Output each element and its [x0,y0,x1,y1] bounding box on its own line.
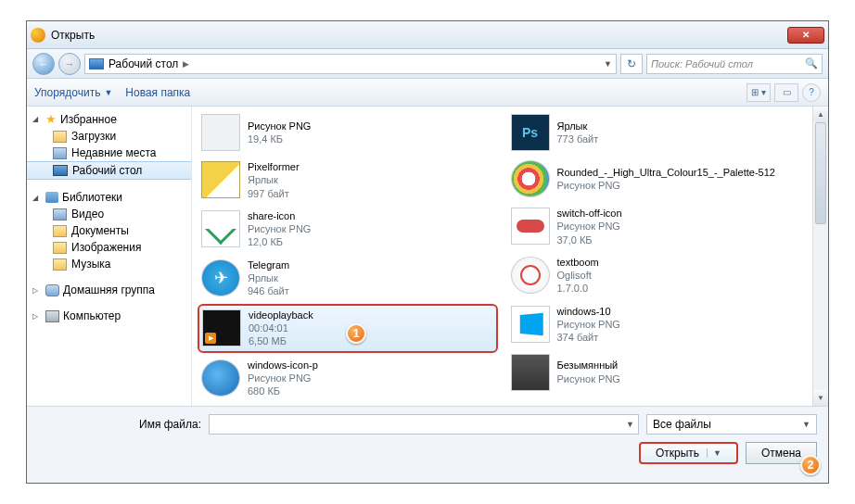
chevron-down-icon: ▼ [802,420,810,429]
file-meta-line: Ярлык [248,173,300,186]
dialog-footer: Имя файла: ▼ Все файлы ▼ Открыть▼ Отмена… [27,406,828,483]
file-meta-line: Рисунок PNG [557,179,775,192]
nav-back-button[interactable]: ← [32,53,55,75]
file-name: Рисунок PNG [248,120,311,132]
file-meta-line: 19,4 КБ [248,132,311,145]
file-item[interactable]: switch-off-iconРисунок PNG37,0 КБ [507,203,808,250]
file-meta-line: 12,0 КБ [248,235,311,248]
chevron-right-icon: ▶ [183,59,189,69]
window-title: Открыть [51,29,95,42]
file-item[interactable]: БезымянныйРисунок PNG [507,350,808,395]
file-meta-line: 00:04:01 [249,321,313,334]
file-thumbnail [511,354,550,391]
titlebar: Открыть ✕ [27,21,828,49]
vertical-scrollbar[interactable]: ▲ ▼ [812,107,828,406]
collapse-icon: ◢ [32,115,42,123]
search-placeholder: Поиск: Рабочий стол [651,58,753,69]
refresh-button[interactable]: ↻ [620,54,643,74]
file-thumbnail: ✈ [201,259,240,296]
folder-icon [53,131,67,143]
file-meta-line: 680 КБ [248,384,318,397]
file-item[interactable]: PsЯрлык773 байт [507,110,808,155]
toolbar: Упорядочить▼ Новая папка ⊞ ▾ ▭ ? [27,79,828,107]
file-name: share-icon [248,209,311,222]
sidebar-item-music[interactable]: Музыка [27,256,191,272]
file-item[interactable]: share-iconРисунок PNG12,0 КБ [198,206,498,253]
sidebar-item-desktop[interactable]: Рабочий стол [27,161,191,180]
chevron-down-icon[interactable]: ▼ [604,59,612,69]
file-meta-line: 997 байт [248,187,300,200]
file-name: windows-10 [557,305,620,318]
file-item[interactable]: ✈TelegramЯрлык946 байт [198,255,498,302]
breadcrumb-location: Рабочий стол [108,57,178,70]
search-icon: 🔍 [805,57,818,69]
chevron-down-icon[interactable]: ▼ [626,420,634,429]
new-folder-button[interactable]: Новая папка [125,86,190,99]
file-name: windows-icon-p [248,359,318,372]
scroll-up-button[interactable]: ▲ [813,107,828,122]
filename-input[interactable]: ▼ [209,414,639,435]
file-name: Pixelformer [248,160,300,173]
nav-forward-button[interactable]: → [58,53,81,75]
open-dialog: Открыть ✕ ← → Рабочий стол ▶ ▼ ↻ Поиск: … [26,20,829,484]
sidebar-item-video[interactable]: Видео [27,206,191,222]
file-thumbnail [201,210,240,247]
preview-pane-button[interactable]: ▭ [774,83,798,102]
sidebar-item-recent[interactable]: Недавние места [27,145,191,161]
folder-icon [53,208,67,220]
address-bar: ← → Рабочий стол ▶ ▼ ↻ Поиск: Рабочий ст… [27,49,828,79]
close-button[interactable]: ✕ [787,27,824,44]
sidebar-item-documents[interactable]: Документы [27,222,191,239]
file-item[interactable]: windows-10Рисунок PNG374 байт [507,301,808,348]
split-button-arrow[interactable]: ▼ [707,448,721,458]
sidebar-computer-header[interactable]: ▷ Компьютер [27,308,191,324]
sidebar-homegroup-header[interactable]: ▷ Домашняя группа [27,282,191,298]
expand-icon: ▷ [32,286,42,295]
file-thumbnail: ▶ [202,309,241,346]
folder-icon [53,242,67,254]
file-meta-line: Oglisoft [557,269,599,282]
file-item[interactable]: windows-icon-pРисунок PNG680 КБ [198,355,498,402]
file-meta-line: Рисунок PNG [557,318,620,331]
open-button[interactable]: Открыть▼ [639,442,738,464]
file-thumbnail [201,114,240,151]
file-item[interactable]: textboomOglisoft1.7.0.0 [507,252,808,299]
file-meta-line: 6,50 МБ [249,334,313,347]
scroll-down-button[interactable]: ▼ [813,390,828,406]
filetype-select[interactable]: Все файлы ▼ [646,414,817,435]
organize-menu[interactable]: Упорядочить▼ [34,86,112,99]
help-button[interactable]: ? [802,83,821,102]
file-thumbnail [511,208,550,245]
sidebar-favorites-header[interactable]: ◢ ★ Избранное [27,110,191,128]
folder-icon [53,258,67,271]
file-meta-line: Рисунок PNG [248,222,311,235]
file-meta-line: 1.7.0.0 [557,282,599,295]
file-thumbnail [201,359,240,397]
desktop-icon [53,165,68,176]
file-thumbnail: Ps [511,114,550,151]
sidebar-libraries-header[interactable]: ◢ Библиотеки [27,189,191,206]
file-name: textboom [557,256,599,269]
file-item[interactable]: PixelformerЯрлык997 байт [198,157,498,204]
folder-icon [53,225,67,237]
breadcrumb[interactable]: Рабочий стол ▶ ▼ [84,54,617,74]
file-item[interactable]: Рисунок PNG19,4 КБ [198,110,498,155]
search-input[interactable]: Поиск: Рабочий стол 🔍 [646,54,823,74]
sidebar: ◢ ★ Избранное Загрузки Недавние места Ра… [27,107,192,406]
filename-label: Имя файла: [38,418,201,431]
chrome-icon [31,28,45,43]
file-meta-line: Ярлык [248,271,289,284]
file-meta-line: 946 байт [248,284,289,297]
file-list: Рисунок PNG19,4 КБPixelformerЯрлык997 ба… [192,107,812,406]
star-icon: ★ [45,112,57,126]
file-thumbnail [201,161,240,198]
file-item[interactable]: Rounded_-_High_Ultra_Colour15_-_Palette-… [507,157,808,201]
sidebar-item-downloads[interactable]: Загрузки [27,128,191,145]
sidebar-item-pictures[interactable]: Изображения [27,239,191,256]
view-options-button[interactable]: ⊞ ▾ [747,83,771,102]
file-name: Ярлык [557,120,599,132]
collapse-icon: ◢ [32,194,42,202]
scrollbar-thumb[interactable] [815,122,826,224]
file-meta-line: 374 байт [557,331,620,344]
file-name: Telegram [248,258,289,271]
